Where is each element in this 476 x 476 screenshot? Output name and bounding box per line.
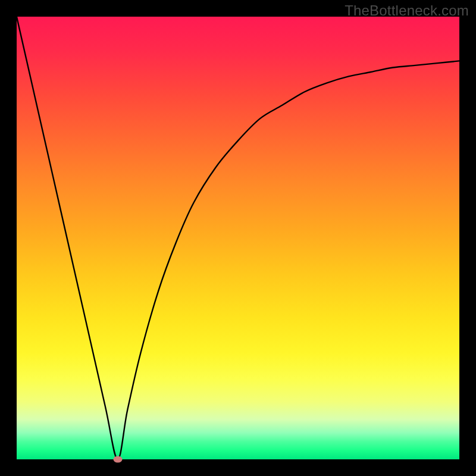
curve-path [17, 17, 459, 459]
chart-frame: TheBottleneck.com [0, 0, 476, 476]
plot-area [17, 17, 459, 459]
bottleneck-curve [17, 17, 459, 459]
minimum-marker [113, 456, 122, 463]
